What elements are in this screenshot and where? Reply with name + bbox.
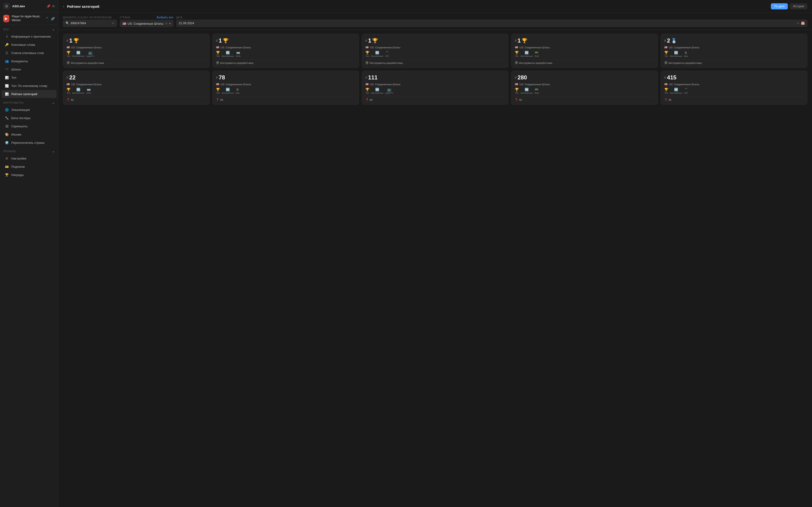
category-card[interactable]: # 280 🇺🇸 US: Соединенные Штаты 🏆 Топ 🆓 Б… — [511, 71, 658, 105]
app-link-input[interactable] — [71, 21, 110, 25]
sidebar-item-keyword-list[interactable]: ☰ Список ключевых слов — [1, 49, 57, 57]
sidebar-item-top-keyword[interactable]: 📈 Топ: По ключевому слову — [1, 82, 57, 90]
card-tags: 🏆 Топ 🆓 Бесплатные 📟 iPad — [515, 51, 654, 57]
sidebar-item-localization[interactable]: 🌐 Локализация — [1, 106, 57, 114]
mail-icon[interactable]: ✉ — [52, 4, 55, 8]
card-tag: 🆓 Бесплатные — [670, 88, 682, 94]
rank-emoji: 🏆 — [372, 38, 378, 44]
rank-number: 22 — [69, 74, 76, 81]
category-card[interactable]: # 2 🥈 🇺🇸 US: Соединенные Штаты 🏆 Топ 🆓 Б… — [661, 34, 807, 68]
rank-number: 111 — [368, 74, 378, 81]
category-card[interactable]: # 1 🏆 🇺🇸 US: Соединенные Штаты 🏆 Топ 🆓 Б… — [63, 34, 210, 68]
tag-label: iPad — [534, 92, 539, 94]
sidebar-item-label-subscriptions: Подписки — [11, 165, 25, 168]
card-tag: 🆓 Бесплатные — [222, 88, 234, 94]
card-country: 🇺🇸 US: Соединенные Штаты — [66, 83, 206, 86]
top-icon: 📊 — [5, 75, 9, 80]
sidebar-item-icons[interactable]: 🎨 Иконки — [1, 130, 57, 138]
category-card[interactable]: # 22 🇺🇸 US: Соединенные Штаты 🏆 Топ 🆓 Бе… — [63, 71, 210, 105]
tools-collapse-icon[interactable]: ▲ — [52, 102, 55, 104]
card-tag: 🏆 Топ — [365, 51, 369, 57]
calendar-icon[interactable]: 📅 — [801, 21, 805, 25]
card-tag: 🆓 Бесплатные — [521, 88, 533, 94]
sidebar-item-beta-testers[interactable]: 🔧 Бета-тестеры — [1, 114, 57, 122]
hash-symbol: # — [216, 76, 218, 79]
date-input[interactable] — [179, 21, 795, 25]
pin-icon[interactable]: 📌 — [47, 4, 50, 8]
profile-collapse-icon[interactable]: ▲ — [52, 150, 55, 153]
sidebar-item-competitors[interactable]: 👥 Конкуренты — [1, 57, 57, 65]
app-info-icon: ℹ — [5, 34, 9, 39]
tag-icon: 📱 — [684, 88, 688, 92]
category-card[interactable]: # 415 🇺🇸 US: Соединенные Штаты 🏆 Топ 🆓 Б… — [661, 71, 807, 105]
country-clear-icon[interactable]: ✕ — [165, 21, 168, 25]
country-flag-icon: 🇺🇸 — [66, 46, 70, 49]
date-clear-icon[interactable]: ✕ — [797, 21, 800, 25]
card-country: 🇺🇸 US: Соединенные Штаты — [66, 46, 206, 49]
sidebar-item-screenshots[interactable]: 🖼 Скриншоты — [1, 122, 57, 130]
tag-icon: 🏆 — [365, 51, 369, 55]
by-date-tab[interactable]: По дате — [771, 3, 788, 9]
link-icon[interactable]: 🔗 — [51, 17, 55, 20]
tag-icon: 🆓 — [525, 88, 529, 92]
chevron-down-icon[interactable]: ▾ — [169, 22, 171, 25]
date-label: Дата — [176, 16, 807, 19]
category-name: All — [369, 99, 372, 101]
app-link-clear-icon[interactable]: ✕ — [112, 21, 114, 25]
mobile-icon[interactable]: 📱 — [45, 17, 49, 20]
category-card[interactable]: # 1 🏆 🇺🇸 US: Соединенные Штаты 🏆 Топ 🆓 Б… — [511, 34, 658, 68]
card-tag: 📱 iOS — [385, 51, 389, 57]
sidebar-item-spy[interactable]: 🛡 Шпион — [1, 65, 57, 73]
back-button[interactable]: ‹ — [63, 4, 64, 8]
category-card[interactable]: # 1 🏆 🇺🇸 US: Соединенные Штаты 🏆 Топ 🆓 Б… — [213, 34, 359, 68]
card-tag: 🏆 Топ — [664, 88, 668, 94]
tag-label: Топ — [515, 92, 519, 94]
tag-label: Топ — [67, 92, 70, 94]
sidebar-item-app-info[interactable]: ℹ Информация о приложении — [1, 33, 57, 41]
card-tag: 🏆 Топ — [365, 88, 369, 94]
card-country: 🇺🇸 US: Соединенные Штаты — [515, 46, 654, 49]
sidebar-header-icons: 📌 ✉ — [47, 4, 55, 8]
rank-emoji: 🥈 — [671, 38, 677, 44]
tag-icon: 🏆 — [664, 88, 668, 92]
sidebar-item-awards[interactable]: 🏆 Награды — [1, 171, 57, 179]
card-tags: 🏆 Топ 🆓 Бесплатные 📟 iPad — [515, 88, 654, 94]
history-tab[interactable]: История — [790, 3, 807, 9]
card-category: ❓ All — [664, 98, 804, 101]
sidebar-item-keywords[interactable]: 🔑 Ключевые слова — [1, 41, 57, 49]
hash-symbol: # — [66, 39, 68, 43]
select-all-button[interactable]: Выбрать все — [157, 16, 173, 19]
card-category: 🎬 Инструменты разработчика — [515, 61, 654, 64]
tag-label: Топ — [216, 55, 220, 57]
sidebar-item-settings[interactable]: ⚙ Настройки — [1, 154, 57, 162]
sidebar-item-top[interactable]: 📊 Топ — [1, 73, 57, 81]
country-input-wrap[interactable]: 🇺🇸 US: Соединенные Штаты ✕ ▾ — [120, 20, 173, 27]
category-name: Инструменты разработчика — [71, 62, 104, 64]
category-card[interactable]: # 78 🇺🇸 US: Соединенные Штаты 🏆 Топ 🆓 Бе… — [213, 71, 359, 105]
rank-number: 1 — [69, 37, 72, 44]
card-tag: 🏆 Топ — [216, 51, 220, 57]
card-tag: 🆓 Бесплатные — [670, 51, 682, 57]
card-category: ❓ All — [515, 98, 654, 101]
card-rank: # 22 — [66, 74, 206, 81]
category-card[interactable]: # 1 🏆 🇺🇸 US: Соединенные Штаты 🏆 Топ 🆓 Б… — [362, 34, 509, 68]
sidebar-item-label-screenshots: Скриншоты — [11, 124, 27, 128]
category-name: Инструменты разработчика — [519, 62, 552, 64]
category-card[interactable]: # 111 🇺🇸 US: Соединенные Штаты 🏆 Топ 🆓 Б… — [362, 71, 509, 105]
tag-icon: 🥽 — [236, 51, 240, 55]
aso-collapse-icon[interactable]: ▲ — [52, 28, 55, 31]
sidebar-item-category-rating[interactable]: 📊 Рейтинг категорий — [1, 90, 57, 98]
beta-testers-icon: 🔧 — [5, 116, 9, 120]
sidebar-item-country-switcher[interactable]: 🌍 Переключатель страны — [1, 138, 57, 147]
card-category: ❓ All — [216, 98, 355, 101]
card-rank: # 78 — [216, 74, 355, 81]
tag-label: AppleTV — [86, 55, 95, 57]
sidebar-item-subscriptions[interactable]: 💳 Подписки — [1, 163, 57, 171]
tag-icon: 📟 — [534, 51, 538, 55]
rank-number: 1 — [518, 37, 521, 44]
card-tag: 📺 AppleTV — [86, 51, 95, 57]
app-link-label: Добавить ссылку на приложение — [63, 16, 117, 19]
country-name: US: Соединенные Штаты — [221, 83, 251, 86]
card-tag: 📟 iPad — [534, 88, 539, 94]
tag-icon: 🆓 — [375, 51, 379, 55]
